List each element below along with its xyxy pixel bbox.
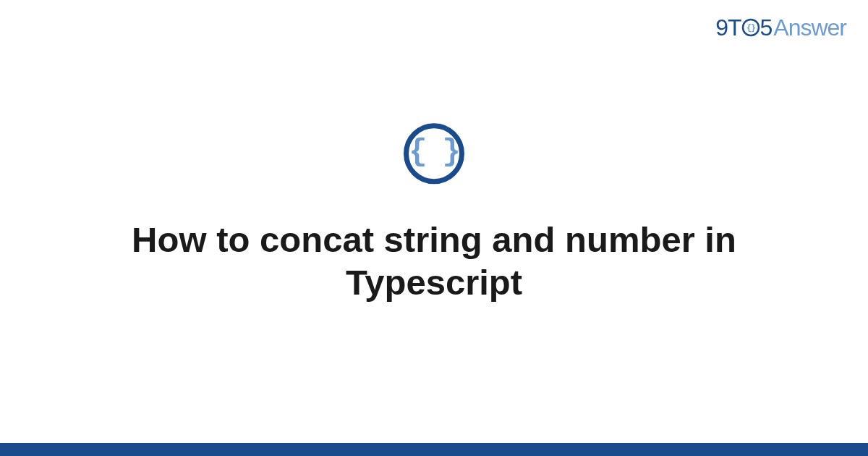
site-logo: 9 T {} 5 Answer [715, 14, 846, 41]
logo-nine: 9 [715, 14, 728, 41]
logo-t: T [728, 14, 741, 41]
footer-accent-bar [0, 443, 868, 456]
logo-o-icon: {} [741, 18, 760, 37]
code-braces-icon: { } [409, 137, 459, 167]
page-title: How to concat string and number in Types… [72, 219, 796, 304]
main-content: { } How to concat string and number in T… [0, 123, 868, 304]
logo-answer: Answer [773, 14, 846, 41]
svg-text:{}: {} [746, 23, 755, 33]
logo-five: 5 [760, 14, 773, 41]
topic-icon-circle: { } [404, 123, 464, 184]
